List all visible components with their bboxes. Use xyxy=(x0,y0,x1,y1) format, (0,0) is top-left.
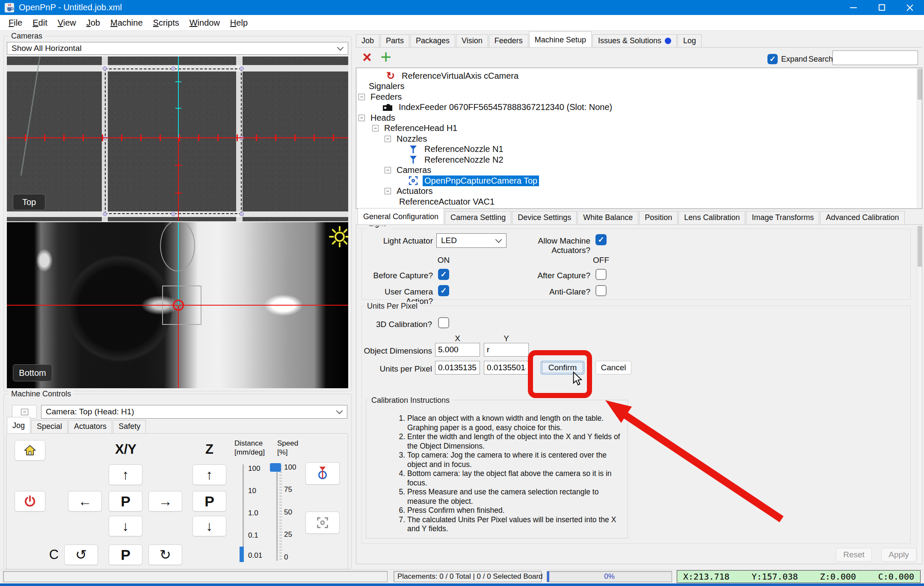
tab-advanced-calibration[interactable]: Advanced Calibration xyxy=(820,211,904,224)
tree-expander[interactable]: − xyxy=(385,136,391,142)
tab-actuators[interactable]: Actuators xyxy=(68,420,112,433)
tree-row-selected[interactable]: OpenPnpCaptureCamera Top xyxy=(356,176,922,186)
object-dimensions-y-input[interactable] xyxy=(484,343,529,357)
selection-handle[interactable] xyxy=(103,66,107,71)
rotate-ccw-button[interactable]: ↺ xyxy=(64,544,98,565)
tab-machine-setup[interactable]: Machine Setup xyxy=(529,31,592,48)
tab-log[interactable]: Log xyxy=(678,34,702,48)
power-button[interactable] xyxy=(15,491,45,512)
home-button[interactable] xyxy=(15,440,45,461)
jog-x-minus-button[interactable]: ← xyxy=(68,491,102,512)
user-camera-action-checkbox[interactable]: ✓ xyxy=(438,285,449,296)
search-input[interactable] xyxy=(832,51,918,65)
tree-row[interactable]: ReferenceActuator VAC1 xyxy=(356,196,922,207)
tree-row[interactable]: − Cameras xyxy=(356,165,922,176)
tree-expander[interactable]: − xyxy=(358,115,365,121)
expand-checkbox[interactable]: ✓ xyxy=(767,54,778,64)
tree-expander[interactable]: − xyxy=(385,167,391,173)
brightness-sun-icon[interactable] xyxy=(329,226,348,248)
tab-vision[interactable]: Vision xyxy=(456,34,488,48)
tab-packages[interactable]: Packages xyxy=(410,34,455,48)
object-dimensions-x-input[interactable] xyxy=(435,343,480,357)
anti-glare-checkbox[interactable] xyxy=(595,285,607,296)
after-capture-checkbox[interactable] xyxy=(595,269,607,280)
camera-selection-rectangle[interactable] xyxy=(105,68,242,214)
selection-handle[interactable] xyxy=(171,66,175,71)
tab-parts[interactable]: Parts xyxy=(380,34,409,48)
tree-scrollbar[interactable] xyxy=(917,68,922,208)
jog-z-plus-button[interactable]: ↑ xyxy=(192,464,226,485)
jog-z-minus-button[interactable]: ↓ xyxy=(192,516,226,536)
allow-machine-actuators-checkbox[interactable]: ✓ xyxy=(595,234,607,245)
minimize-button[interactable] xyxy=(839,0,868,15)
menu-help[interactable]: Help xyxy=(226,16,252,30)
tree-row[interactable]: Signalers xyxy=(356,81,922,92)
cancel-button[interactable]: Cancel xyxy=(595,361,631,375)
tree-expander[interactable]: − xyxy=(372,125,379,131)
add-item-button[interactable]: + xyxy=(377,47,394,67)
tree-row[interactable]: ↻ ReferenceVirtualAxis cCamera xyxy=(356,71,922,81)
before-capture-checkbox[interactable]: ✓ xyxy=(438,269,449,280)
tab-safety[interactable]: Safety xyxy=(113,420,146,433)
selection-handle[interactable] xyxy=(171,212,175,216)
tab-position[interactable]: Position xyxy=(639,211,678,224)
apply-button[interactable]: Apply xyxy=(881,548,916,562)
tab-general-configuration[interactable]: General Configuration xyxy=(358,208,444,224)
tree-row[interactable]: − ReferenceHead H1 xyxy=(356,123,922,134)
tab-special[interactable]: Special xyxy=(31,420,68,433)
calibration-3d-checkbox[interactable] xyxy=(438,317,449,328)
jog-target-selector[interactable]: Camera: Top (Head: H1) xyxy=(41,405,347,419)
menu-machine[interactable]: Machine xyxy=(106,16,147,30)
menu-job[interactable]: Job xyxy=(82,16,104,30)
tree-scrollbar-thumb[interactable] xyxy=(918,69,922,100)
tree-expander[interactable]: − xyxy=(385,188,391,194)
selection-handle[interactable] xyxy=(240,212,244,216)
jog-y-plus-button[interactable]: ↑ xyxy=(109,464,142,485)
tab-jog[interactable]: Jog xyxy=(7,417,30,433)
tab-image-transforms[interactable]: Image Transforms xyxy=(746,211,819,224)
tree-row[interactable]: ReferenceNozzle N1 xyxy=(356,144,922,155)
tree-row[interactable]: − Actuators xyxy=(356,186,922,197)
tab-camera-settling[interactable]: Camera Settling xyxy=(445,211,511,224)
tab-issues-solutions[interactable]: Issues & Solutions xyxy=(592,34,677,48)
top-camera-view[interactable]: Top xyxy=(7,57,348,221)
selection-handle[interactable] xyxy=(240,66,244,71)
delete-item-button[interactable]: × xyxy=(359,49,375,66)
menu-edit[interactable]: Edit xyxy=(28,16,51,30)
position-z-button[interactable]: P xyxy=(192,491,226,512)
camera-position-button[interactable] xyxy=(305,512,340,534)
speed-slider-track[interactable] xyxy=(276,464,278,561)
tree-row[interactable]: − Nozzles xyxy=(356,134,922,144)
distance-slider-thumb[interactable] xyxy=(240,547,244,562)
tree-expander[interactable]: − xyxy=(358,94,365,100)
config-scrollbar[interactable] xyxy=(917,225,922,563)
jog-x-plus-button[interactable]: → xyxy=(148,491,182,512)
rotate-cw-button[interactable]: ↻ xyxy=(148,544,182,565)
speed-slider-thumb[interactable] xyxy=(270,463,281,472)
maximize-button[interactable] xyxy=(868,0,896,15)
tree-row[interactable]: ReferenceNozzle N2 xyxy=(356,155,922,165)
position-c-button[interactable]: P xyxy=(109,544,142,565)
park-nozzle-button[interactable] xyxy=(305,462,340,485)
menu-view[interactable]: View xyxy=(53,16,80,30)
units-per-pixel-y-input[interactable] xyxy=(484,361,529,375)
jog-y-minus-button[interactable]: ↓ xyxy=(109,516,142,536)
bottom-camera-view[interactable]: Bottom xyxy=(7,222,348,388)
light-actuator-select[interactable]: LED xyxy=(436,233,506,248)
tree-row[interactable]: − Heads xyxy=(356,113,922,123)
tab-device-settings[interactable]: Device Settings xyxy=(512,211,577,224)
tree-row[interactable]: IndexFeeder 0670FF565457888367212340 (Sl… xyxy=(356,102,922,113)
tree-row[interactable]: − Feeders xyxy=(356,92,922,102)
config-scrollbar-thumb[interactable] xyxy=(918,226,922,267)
units-per-pixel-x-input[interactable] xyxy=(435,361,480,375)
tab-white-balance[interactable]: White Balance xyxy=(578,211,638,224)
confirm-button[interactable]: Confirm xyxy=(541,361,584,375)
tab-feeders[interactable]: Feeders xyxy=(489,34,528,48)
selection-handle[interactable] xyxy=(103,212,107,216)
reset-button[interactable]: Reset xyxy=(836,548,872,562)
tab-lens-calibration[interactable]: Lens Calibration xyxy=(678,211,745,224)
menu-scripts[interactable]: Scripts xyxy=(149,16,184,30)
menu-window[interactable]: Window xyxy=(185,16,224,30)
position-xy-button[interactable]: P xyxy=(109,491,142,512)
tab-job[interactable]: Job xyxy=(356,34,379,48)
